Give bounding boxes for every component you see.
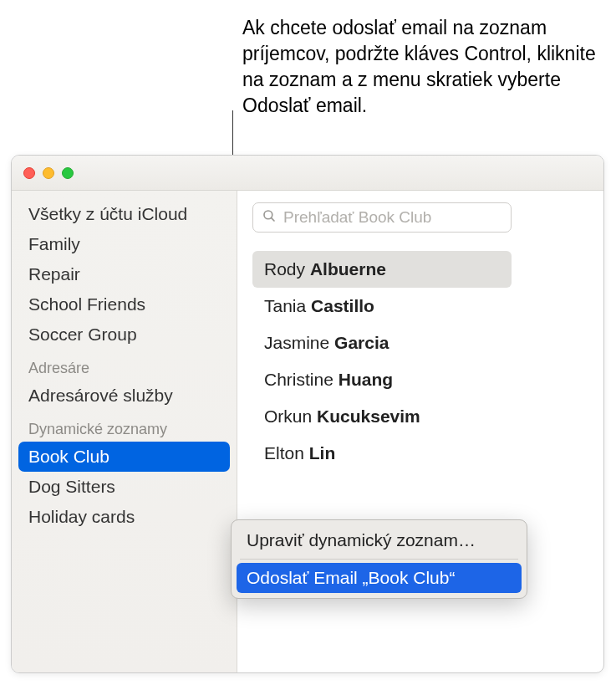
minimize-button[interactable] bbox=[43, 167, 54, 179]
menu-divider bbox=[240, 559, 518, 560]
contact-last-name: Castillo bbox=[311, 296, 374, 315]
contact-first-name: Rody bbox=[264, 259, 305, 279]
search-input[interactable] bbox=[283, 208, 502, 227]
contact-last-name: Garcia bbox=[334, 333, 389, 352]
sidebar: Všetky z účtu iCloud Family Repair Schoo… bbox=[12, 191, 237, 672]
sidebar-section-directories: Adresáre bbox=[12, 350, 237, 381]
help-annotation: Ak chcete odoslať email na zoznam príjem… bbox=[242, 15, 602, 119]
search-icon bbox=[262, 208, 277, 227]
sidebar-item-holiday-cards[interactable]: Holiday cards bbox=[12, 502, 237, 532]
contact-last-name: Huang bbox=[339, 370, 393, 389]
menu-item-send-email[interactable]: Odoslať Email „Book Club“ bbox=[237, 563, 522, 593]
contacts-window: Všetky z účtu iCloud Family Repair Schoo… bbox=[11, 155, 604, 673]
contact-row[interactable]: Tania Castillo bbox=[252, 288, 512, 325]
sidebar-item-school-friends[interactable]: School Friends bbox=[12, 289, 237, 319]
contact-last-name: Albuerne bbox=[310, 259, 386, 279]
contact-row[interactable]: Elton Lin bbox=[252, 435, 512, 472]
contact-first-name: Orkun bbox=[264, 406, 312, 426]
menu-item-edit-dynamic-list[interactable]: Upraviť dynamický zoznam… bbox=[237, 525, 522, 555]
sidebar-item-all-icloud[interactable]: Všetky z účtu iCloud bbox=[12, 199, 237, 229]
sidebar-item-directory-services[interactable]: Adresárové služby bbox=[12, 381, 237, 411]
contact-last-name: Kucuksevim bbox=[317, 406, 420, 426]
search-box[interactable] bbox=[252, 202, 512, 233]
sidebar-section-dynamic-lists: Dynamické zoznamy bbox=[12, 411, 237, 442]
titlebar bbox=[12, 156, 603, 191]
sidebar-item-dog-sitters[interactable]: Dog Sitters bbox=[12, 472, 237, 502]
sidebar-item-family[interactable]: Family bbox=[12, 229, 237, 259]
contact-first-name: Elton bbox=[264, 443, 304, 463]
contact-list: Rody Albuerne Tania Castillo Jasmine Gar… bbox=[252, 251, 588, 472]
contact-first-name: Jasmine bbox=[264, 333, 329, 352]
maximize-button[interactable] bbox=[62, 167, 74, 179]
main-pane: Rody Albuerne Tania Castillo Jasmine Gar… bbox=[237, 191, 603, 672]
context-menu: Upraviť dynamický zoznam… Odoslať Email … bbox=[231, 519, 527, 599]
contact-row[interactable]: Orkun Kucuksevim bbox=[252, 398, 512, 435]
sidebar-item-book-club[interactable]: Book Club bbox=[18, 442, 230, 472]
contact-first-name: Christine bbox=[264, 370, 333, 389]
sidebar-item-soccer-group[interactable]: Soccer Group bbox=[12, 319, 237, 350]
contact-last-name: Lin bbox=[309, 443, 336, 463]
svg-line-1 bbox=[271, 217, 274, 221]
window-body: Všetky z účtu iCloud Family Repair Schoo… bbox=[12, 191, 603, 672]
contact-first-name: Tania bbox=[264, 296, 306, 315]
sidebar-item-repair[interactable]: Repair bbox=[12, 259, 237, 289]
contact-row[interactable]: Rody Albuerne bbox=[252, 251, 512, 288]
contact-row[interactable]: Jasmine Garcia bbox=[252, 325, 512, 361]
close-button[interactable] bbox=[23, 167, 35, 179]
contact-row[interactable]: Christine Huang bbox=[252, 361, 512, 398]
